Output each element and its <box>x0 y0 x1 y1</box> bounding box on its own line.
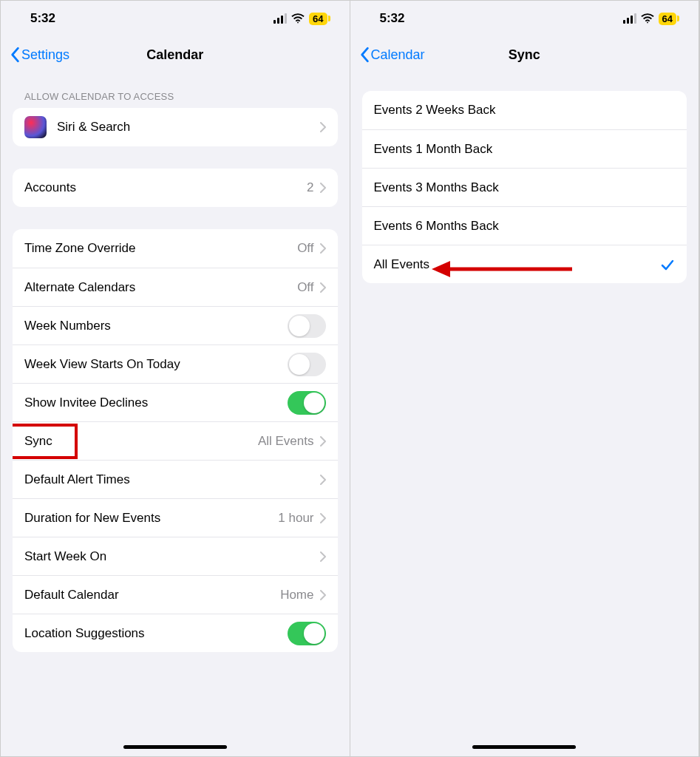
svg-point-1 <box>647 22 648 24</box>
sync-option-3months[interactable]: Events 3 Months Back <box>362 168 687 206</box>
sync-row[interactable]: Sync All Events <box>13 421 338 460</box>
back-button[interactable]: Settings <box>10 47 69 63</box>
status-bar: 5:32 64 <box>350 1 699 36</box>
duration-new-events-row[interactable]: Duration for New Events 1 hour <box>13 498 338 537</box>
accounts-row[interactable]: Accounts 2 <box>13 169 338 207</box>
sync-option-6months[interactable]: Events 6 Months Back <box>362 206 687 245</box>
battery-icon: 64 <box>659 13 676 25</box>
chevron-right-icon <box>320 551 326 562</box>
nav-bar: Calendar Sync <box>350 36 699 73</box>
calendar-options-group: Time Zone Override Off Alternate Calenda… <box>13 229 338 652</box>
cellular-icon <box>623 13 636 24</box>
status-bar: 5:32 64 <box>1 1 350 36</box>
access-group: Siri & Search <box>13 108 338 146</box>
checkmark-icon <box>660 257 675 272</box>
home-indicator[interactable] <box>123 745 227 749</box>
chevron-right-icon <box>320 513 326 523</box>
default-calendar-row[interactable]: Default Calendar Home <box>13 575 338 614</box>
chevron-right-icon <box>320 183 326 193</box>
accounts-value: 2 <box>307 180 313 195</box>
chevron-right-icon <box>320 243 326 254</box>
chevron-right-icon <box>320 475 326 485</box>
back-button[interactable]: Calendar <box>359 47 425 63</box>
access-header: ALLOW CALENDAR TO ACCESS <box>13 73 338 108</box>
cellular-icon <box>273 13 287 24</box>
sync-options-group: Events 2 Weeks Back Events 1 Month Back … <box>362 91 687 283</box>
calendar-settings-screen: 5:32 64 Settings Calendar ALLOW CALENDAR… <box>1 1 350 756</box>
sync-option-2weeks[interactable]: Events 2 Weeks Back <box>362 91 687 129</box>
chevron-right-icon <box>320 282 326 293</box>
timezone-override-row[interactable]: Time Zone Override Off <box>13 229 338 268</box>
siri-search-row[interactable]: Siri & Search <box>13 108 338 146</box>
siri-label: Siri & Search <box>57 120 320 135</box>
week-numbers-toggle[interactable] <box>288 314 326 338</box>
back-label: Calendar <box>371 47 425 63</box>
settings-content: ALLOW CALENDAR TO ACCESS Siri & Search A… <box>1 73 350 756</box>
accounts-label: Accounts <box>24 180 307 195</box>
week-numbers-row[interactable]: Week Numbers <box>13 306 338 344</box>
status-icons: 64 <box>273 13 327 25</box>
battery-icon: 64 <box>309 13 327 25</box>
show-invitee-declines-row[interactable]: Show Invitee Declines <box>13 383 338 421</box>
status-time: 5:32 <box>30 11 55 26</box>
location-suggestions-toggle[interactable] <box>288 622 326 645</box>
nav-bar: Settings Calendar <box>1 36 350 73</box>
svg-point-0 <box>297 22 299 24</box>
start-week-on-row[interactable]: Start Week On <box>13 537 338 575</box>
alternate-calendars-row[interactable]: Alternate Calendars Off <box>13 268 338 306</box>
status-time: 5:32 <box>380 11 405 26</box>
week-view-starts-toggle[interactable] <box>288 353 326 376</box>
accounts-group: Accounts 2 <box>13 169 338 207</box>
chevron-right-icon <box>320 122 326 132</box>
chevron-right-icon <box>320 436 326 447</box>
invitee-declines-toggle[interactable] <box>288 391 326 415</box>
siri-icon <box>24 116 47 138</box>
home-indicator[interactable] <box>472 745 576 749</box>
status-icons: 64 <box>623 13 676 25</box>
wifi-icon <box>641 13 654 24</box>
sync-settings-screen: 5:32 64 Calendar Sync Events 2 Weeks Bac… <box>350 1 700 756</box>
default-alert-times-row[interactable]: Default Alert Times <box>13 460 338 498</box>
back-label: Settings <box>21 47 69 63</box>
week-view-starts-row[interactable]: Week View Starts On Today <box>13 344 338 383</box>
sync-option-1month[interactable]: Events 1 Month Back <box>362 129 687 168</box>
sync-option-all[interactable]: All Events <box>362 245 687 283</box>
location-suggestions-row[interactable]: Location Suggestions <box>13 614 338 652</box>
wifi-icon <box>291 13 305 24</box>
sync-content: Events 2 Weeks Back Events 1 Month Back … <box>350 73 699 756</box>
chevron-right-icon <box>320 590 326 600</box>
